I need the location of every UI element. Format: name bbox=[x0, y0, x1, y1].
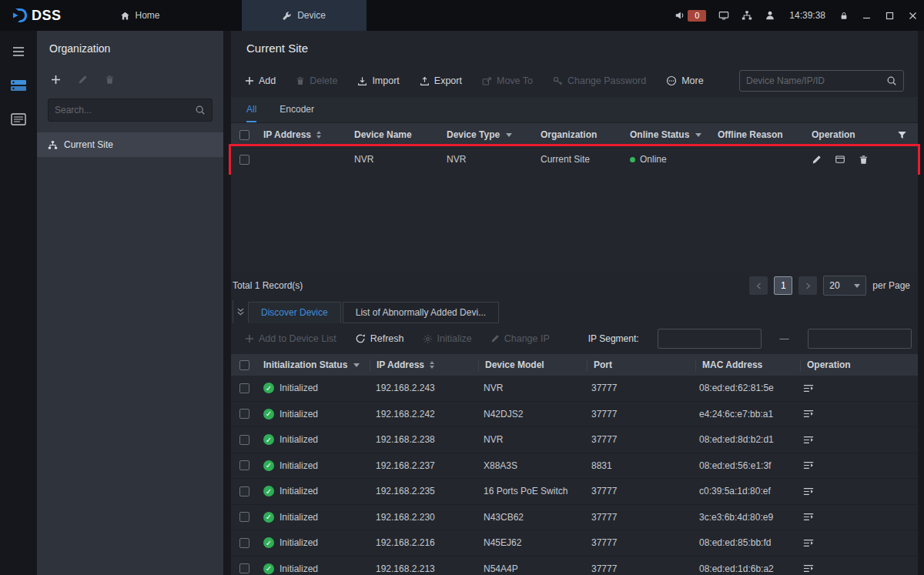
row-checkbox[interactable] bbox=[239, 538, 249, 548]
delete-icon[interactable] bbox=[859, 155, 869, 165]
row-checkbox[interactable] bbox=[239, 155, 249, 165]
row-checkbox[interactable] bbox=[239, 460, 249, 470]
maximize-button[interactable] bbox=[878, 0, 901, 31]
tab-encoder[interactable]: Encoder bbox=[280, 97, 314, 122]
close-button[interactable] bbox=[901, 0, 924, 31]
discover-table-row[interactable]: ✓ Initialized 192.168.2.243 NVR 37777 08… bbox=[231, 376, 918, 402]
discover-table-row[interactable]: ✓ Initialized 192.168.2.230 N43CB62 3777… bbox=[231, 505, 918, 531]
ip-segment-end-input[interactable] bbox=[808, 329, 912, 349]
tree-item-current-site[interactable]: Current Site bbox=[37, 132, 223, 157]
search-icon[interactable] bbox=[886, 75, 897, 86]
col-ip-address[interactable]: IP Address bbox=[257, 129, 348, 140]
discover-table-row[interactable]: ✓ Initialized 192.168.2.237 X88A3S 8831 … bbox=[231, 453, 918, 480]
export-button[interactable]: Export bbox=[420, 75, 462, 86]
row-checkbox[interactable] bbox=[239, 409, 249, 419]
change-ip-button[interactable]: Change IP bbox=[490, 333, 550, 344]
cell-mac-address: 08:ed:ed:56:e1:3f bbox=[693, 460, 797, 471]
tab-abnormally-added[interactable]: List of Abnormally Added Devi... bbox=[343, 302, 499, 323]
alarm-sound-button[interactable]: 0 bbox=[668, 0, 712, 31]
user-icon bbox=[765, 10, 775, 21]
device-table-row[interactable]: NVR NVR Current Site Online bbox=[231, 146, 918, 172]
discover-table-row[interactable]: ✓ Initialized 192.168.2.216 N45EJ62 3777… bbox=[231, 530, 918, 557]
move-to-button[interactable]: Move To bbox=[482, 75, 533, 86]
web-config-icon[interactable] bbox=[835, 155, 845, 165]
sitemap-icon bbox=[742, 10, 752, 21]
sidebar-encoder-button[interactable] bbox=[9, 111, 28, 128]
initialized-check-icon: ✓ bbox=[263, 434, 274, 445]
tab-all[interactable]: All bbox=[246, 97, 256, 122]
tab-home[interactable]: Home bbox=[103, 0, 177, 31]
add-to-device-icon[interactable] bbox=[803, 383, 814, 393]
chevron-left-icon bbox=[756, 282, 762, 289]
add-to-device-icon[interactable] bbox=[803, 512, 814, 522]
device-search-box bbox=[739, 70, 904, 92]
col-ip-address[interactable]: IP Address bbox=[370, 359, 478, 370]
collapse-panel-button[interactable] bbox=[233, 300, 248, 323]
delete-device-button[interactable]: Delete bbox=[296, 75, 337, 86]
row-checkbox[interactable] bbox=[239, 383, 249, 393]
caret-down-icon bbox=[353, 363, 360, 367]
add-org-button[interactable] bbox=[51, 75, 61, 85]
cell-port: 37777 bbox=[585, 486, 693, 496]
more-icon bbox=[666, 75, 677, 86]
organization-search bbox=[48, 99, 213, 122]
initialize-button[interactable]: Initialize bbox=[423, 333, 472, 344]
add-to-device-icon[interactable] bbox=[803, 460, 814, 470]
discover-table-row[interactable]: ✓ Initialized 192.168.2.242 N42DJS2 3777… bbox=[231, 402, 918, 428]
sidebar-device-button[interactable] bbox=[9, 77, 28, 94]
add-to-device-icon[interactable] bbox=[803, 409, 814, 419]
discover-table-row[interactable]: ✓ Initialized 192.168.2.213 N54A4P 37777… bbox=[231, 557, 918, 575]
prev-page-button[interactable] bbox=[749, 276, 768, 295]
sort-icon[interactable] bbox=[316, 131, 321, 139]
add-to-device-icon[interactable] bbox=[803, 538, 814, 548]
more-button[interactable]: More bbox=[666, 75, 703, 86]
cell-ip-address: 192.168.2.216 bbox=[370, 537, 477, 548]
select-all-checkbox[interactable] bbox=[239, 360, 249, 370]
row-checkbox[interactable] bbox=[239, 512, 249, 522]
cell-ip-address: 192.168.2.238 bbox=[370, 434, 477, 445]
filter-icon[interactable] bbox=[897, 130, 907, 140]
edit-icon[interactable] bbox=[812, 155, 822, 165]
select-all-checkbox[interactable] bbox=[239, 130, 249, 140]
monitor-button[interactable] bbox=[712, 0, 735, 31]
organization-search-input[interactable] bbox=[55, 105, 195, 115]
lock-button[interactable] bbox=[833, 0, 855, 31]
current-page-button[interactable]: 1 bbox=[774, 276, 792, 295]
col-online-status[interactable]: Online Status bbox=[624, 129, 711, 140]
add-to-device-list-button[interactable]: Add to Device List bbox=[245, 333, 336, 344]
change-password-button[interactable]: Change Password bbox=[553, 75, 646, 86]
discover-table-row[interactable]: ✓ Initialized 192.168.2.238 NVR 37777 08… bbox=[231, 427, 918, 453]
col-initialization-status[interactable]: Initialization Status bbox=[257, 359, 370, 370]
pagination: 1 20 per Page bbox=[749, 276, 910, 296]
row-checkbox[interactable] bbox=[239, 435, 249, 445]
col-device-type[interactable]: Device Type bbox=[440, 129, 534, 140]
tab-device[interactable]: Device bbox=[242, 0, 367, 31]
menu-toggle-button[interactable] bbox=[9, 43, 28, 60]
add-to-device-icon[interactable] bbox=[803, 486, 814, 496]
discover-table-row[interactable]: ✓ Initialized 192.168.2.235 16 Ports PoE… bbox=[231, 479, 918, 505]
page-size-select[interactable]: 20 bbox=[823, 276, 866, 296]
refresh-button[interactable]: Refresh bbox=[355, 333, 404, 344]
device-search-input[interactable] bbox=[746, 75, 886, 86]
minimize-button[interactable] bbox=[855, 0, 878, 31]
cell-ip-address: 192.168.2.213 bbox=[370, 563, 477, 574]
sitemap-button[interactable] bbox=[735, 0, 758, 31]
col-device-name: Device Name bbox=[348, 129, 440, 140]
sort-icon[interactable] bbox=[430, 361, 434, 369]
add-to-device-icon[interactable] bbox=[803, 435, 814, 445]
delete-org-button[interactable] bbox=[105, 75, 115, 85]
discover-table-header: Initialization Status IP Address Device … bbox=[231, 354, 918, 376]
import-button[interactable]: Import bbox=[357, 75, 399, 86]
add-device-button[interactable]: Add bbox=[245, 75, 276, 86]
maximize-icon bbox=[886, 12, 894, 20]
row-checkbox[interactable] bbox=[239, 563, 249, 573]
row-checkbox[interactable] bbox=[239, 486, 249, 496]
device-table-empty-area bbox=[231, 172, 918, 271]
tab-discover-device[interactable]: Discover Device bbox=[248, 302, 341, 323]
next-page-button[interactable] bbox=[798, 276, 817, 295]
edit-org-button[interactable] bbox=[78, 75, 88, 85]
user-button[interactable] bbox=[758, 0, 782, 31]
page-title: Current Site bbox=[231, 31, 918, 65]
add-to-device-icon[interactable] bbox=[803, 563, 814, 573]
ip-segment-start-input[interactable] bbox=[658, 329, 762, 349]
